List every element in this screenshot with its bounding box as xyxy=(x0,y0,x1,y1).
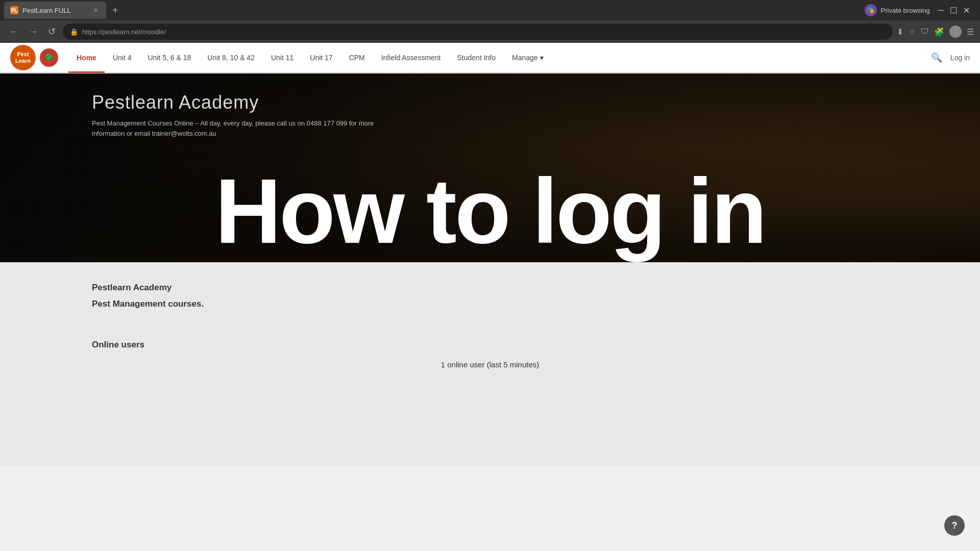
hero-content: Pestlearn Academy Pest Management Course… xyxy=(0,73,980,138)
address-bar[interactable]: 🔒 https://pestlearn.net/moodle/ xyxy=(63,23,893,40)
toolbar-actions: ⬇ ☆ 🛡 🧩 ☰ xyxy=(897,26,974,38)
hero-title: Pestlearn Academy xyxy=(92,92,960,113)
browser-chrome: PL PestLearn FULL × + 🎭 Private browsing… xyxy=(0,0,980,43)
bookmark-icon[interactable]: ☆ xyxy=(909,27,916,37)
shield-icon[interactable]: 🛡 xyxy=(921,27,929,36)
nav-items: Home Unit 4 Unit 5, 6 & 18 Unit 8, 10 & … xyxy=(68,43,931,72)
nav-item-infield[interactable]: Infield Assessment xyxy=(373,44,449,73)
window-controls: ─ ☐ ✕ xyxy=(932,6,976,15)
minimize-button[interactable]: ─ xyxy=(938,6,944,15)
hero-big-text: How to log in xyxy=(0,165,980,262)
address-text: https://pestlearn.net/moodle/ xyxy=(82,28,166,36)
site-navigation: PestLearn 🪲 Home Unit 4 Unit 5, 6 & 18 U… xyxy=(0,43,980,73)
pestlearn-logo: PestLearn xyxy=(10,45,36,70)
site-content: Pestlearn Academy Pest Management course… xyxy=(0,262,980,466)
back-button[interactable]: ← xyxy=(6,24,21,39)
nav-item-manage[interactable]: Manage ▾ xyxy=(504,44,552,73)
downloads-icon[interactable]: ⬇ xyxy=(897,27,903,37)
nav-item-unit4[interactable]: Unit 4 xyxy=(105,44,140,73)
nav-item-home[interactable]: Home xyxy=(68,44,105,73)
tab-favicon: PL xyxy=(10,6,18,14)
bug-logo-icon: 🪲 xyxy=(40,48,58,67)
website: PestLearn 🪲 Home Unit 4 Unit 5, 6 & 18 U… xyxy=(0,43,980,466)
tab-close-button[interactable]: × xyxy=(92,5,100,15)
profile-avatar[interactable] xyxy=(949,26,962,38)
browser-tab[interactable]: PL PestLearn FULL × xyxy=(4,2,106,19)
content-title: Pestlearn Academy xyxy=(92,283,888,293)
help-button[interactable]: ? xyxy=(944,515,965,536)
restore-button[interactable]: ☐ xyxy=(950,6,957,15)
nav-item-student-info[interactable]: Student Info xyxy=(449,44,504,73)
site-logo[interactable]: PestLearn 🪲 xyxy=(10,45,58,70)
search-icon[interactable]: 🔍 xyxy=(931,52,942,63)
menu-icon[interactable]: ☰ xyxy=(967,27,974,37)
private-browsing-icon: 🎭 xyxy=(865,4,877,16)
online-users-title: Online users xyxy=(92,340,888,350)
private-browsing-label: Private browsing xyxy=(881,7,930,14)
nav-item-unit81042[interactable]: Unit 8, 10 & 42 xyxy=(199,44,263,73)
extensions-icon[interactable]: 🧩 xyxy=(934,27,944,37)
close-window-button[interactable]: ✕ xyxy=(963,6,970,15)
refresh-button[interactable]: ↺ xyxy=(45,24,59,39)
login-button[interactable]: Log in xyxy=(950,54,970,62)
lock-icon: 🔒 xyxy=(70,28,78,36)
address-protocol: https:// xyxy=(82,28,102,36)
private-browsing-badge: 🎭 Private browsing xyxy=(865,4,930,16)
nav-item-unit17[interactable]: Unit 17 xyxy=(302,44,340,73)
hero-section: Pestlearn Academy Pest Management Course… xyxy=(0,73,980,262)
new-tab-button[interactable]: + xyxy=(108,5,122,16)
address-domain: pestlearn.net xyxy=(102,28,140,36)
browser-titlebar: PL PestLearn FULL × + 🎭 Private browsing… xyxy=(0,0,980,20)
address-path: /moodle/ xyxy=(140,28,166,36)
tab-title: PestLearn FULL xyxy=(22,7,88,14)
content-subtitle: Pest Management courses. xyxy=(92,299,888,309)
nav-item-unit5618[interactable]: Unit 5, 6 & 18 xyxy=(139,44,199,73)
online-users-count: 1 online user (last 5 minutes) xyxy=(92,360,888,369)
browser-toolbar: ← → ↺ 🔒 https://pestlearn.net/moodle/ ⬇ … xyxy=(0,20,980,43)
nav-item-cpm[interactable]: CPM xyxy=(341,44,373,73)
forward-button[interactable]: → xyxy=(26,24,41,39)
hero-subtitle: Pest Management Courses Online – All day… xyxy=(92,118,398,138)
nav-item-unit11[interactable]: Unit 11 xyxy=(263,44,302,73)
manage-dropdown-icon: ▾ xyxy=(540,54,544,62)
online-users-section: Online users 1 online user (last 5 minut… xyxy=(92,340,888,369)
nav-right: 🔍 Log in xyxy=(931,52,970,63)
